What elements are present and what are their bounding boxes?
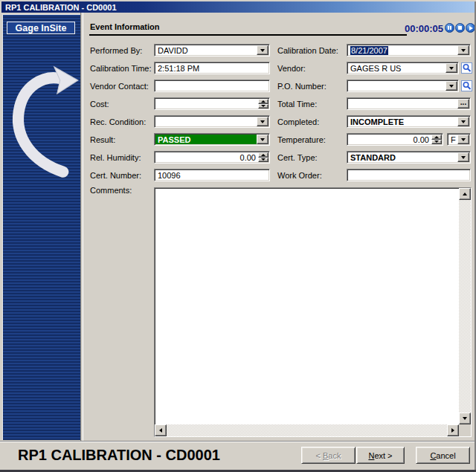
performed-by-value: DAVIDD bbox=[158, 46, 188, 55]
comments-label: Comments: bbox=[90, 186, 132, 195]
temperature-spinner bbox=[431, 135, 442, 144]
po-number-label: P.O. Number: bbox=[277, 82, 327, 91]
completed-value: INCOMPLETE bbox=[350, 117, 404, 126]
cancel-button[interactable]: Cancel bbox=[416, 447, 470, 464]
calibration-date-combo[interactable]: 8/21/2007 bbox=[347, 44, 471, 56]
po-number-search-icon[interactable] bbox=[461, 80, 472, 91]
vendor-contact-input[interactable] bbox=[154, 80, 270, 92]
total-time-label: Total Time: bbox=[277, 100, 317, 109]
vendor-value: GAGES R US bbox=[350, 64, 401, 73]
calibration-date-label: Calibration Date: bbox=[277, 46, 338, 55]
pause-icon bbox=[448, 26, 449, 30]
horizontal-scrollbar-track[interactable] bbox=[167, 424, 447, 436]
arrow-left-icon bbox=[159, 428, 162, 433]
result-combo[interactable]: PASSED bbox=[154, 133, 270, 146]
chevron-down-icon bbox=[260, 120, 265, 123]
arrow-down-icon bbox=[463, 417, 467, 420]
chevron-down-icon bbox=[449, 67, 454, 70]
chevron-down-icon bbox=[260, 49, 265, 52]
result-dropdown-button[interactable] bbox=[257, 135, 268, 144]
result-value: PASSED bbox=[158, 135, 190, 144]
total-time-input[interactable]: ... bbox=[347, 97, 471, 110]
footer-divider bbox=[0, 441, 476, 442]
pause-button[interactable] bbox=[445, 23, 454, 33]
chevron-down-icon bbox=[260, 138, 265, 141]
rel-humidity-stepper[interactable]: 0.00 bbox=[154, 151, 270, 164]
chevron-down-icon bbox=[461, 120, 466, 123]
arrow-right-icon bbox=[451, 428, 454, 433]
title-bar[interactable]: RP1 CALIBRATION - CD0001 bbox=[1, 1, 475, 13]
spinner-down-button[interactable] bbox=[258, 158, 268, 163]
scroll-down-button[interactable] bbox=[459, 413, 471, 424]
cert-type-value: STANDARD bbox=[350, 153, 396, 162]
footer-title: RP1 CALIBRATION - CD0001 bbox=[18, 447, 220, 464]
performed-by-combo[interactable]: DAVIDD bbox=[154, 44, 270, 56]
temperature-value: 0.00 bbox=[414, 135, 429, 144]
arrow-down-icon bbox=[434, 140, 439, 143]
cost-stepper[interactable] bbox=[154, 97, 270, 110]
rec-condition-dropdown-button[interactable] bbox=[257, 117, 268, 126]
vendor-search-icon[interactable] bbox=[461, 62, 472, 74]
arrow-up-icon bbox=[261, 100, 266, 103]
calibration-date-dropdown-button[interactable] bbox=[457, 45, 469, 55]
vertical-scrollbar-track[interactable] bbox=[459, 200, 471, 413]
temperature-stepper[interactable]: 0.00 bbox=[347, 133, 443, 146]
rec-condition-combo[interactable] bbox=[154, 115, 270, 128]
scroll-up-button[interactable] bbox=[459, 188, 471, 200]
calibration-time-input[interactable]: 2:51:18 PM bbox=[154, 62, 270, 74]
arrow-up-icon bbox=[261, 154, 266, 156]
comments-textarea[interactable] bbox=[154, 187, 472, 437]
work-order-input[interactable] bbox=[347, 169, 471, 181]
cert-number-label: Cert. Number: bbox=[90, 171, 141, 180]
spinner-down-button[interactable] bbox=[258, 104, 268, 109]
po-number-dropdown-button[interactable] bbox=[446, 81, 457, 91]
vendor-contact-label: Vendor Contact: bbox=[90, 82, 149, 91]
calibration-time-value: 2:51:18 PM bbox=[158, 64, 199, 73]
calibration-date-value: 8/21/2007 bbox=[350, 46, 388, 55]
chevron-down-icon bbox=[461, 138, 466, 141]
performed-by-label: Performed By: bbox=[90, 46, 142, 55]
vendor-combo[interactable]: GAGES R US bbox=[347, 62, 459, 74]
back-button[interactable]: < Back bbox=[301, 447, 356, 464]
vendor-dropdown-button[interactable] bbox=[446, 63, 457, 73]
cert-number-value: 10096 bbox=[158, 171, 181, 180]
completed-dropdown-button[interactable] bbox=[457, 117, 469, 126]
cert-type-dropdown-button[interactable] bbox=[457, 152, 469, 162]
rec-condition-label: Rec. Condition: bbox=[90, 117, 146, 126]
cert-number-input[interactable]: 10096 bbox=[154, 169, 270, 181]
window-title: RP1 CALIBRATION - CD0001 bbox=[1, 3, 117, 12]
temperature-unit-dropdown-button[interactable] bbox=[457, 135, 469, 144]
brand-text: Gage InSite bbox=[16, 23, 67, 33]
total-time-ellipsis-button[interactable]: ... bbox=[457, 99, 469, 109]
performed-by-dropdown-button[interactable] bbox=[257, 45, 268, 55]
next-button[interactable]: Next > bbox=[356, 447, 405, 464]
timer-display: 00:00:05 bbox=[347, 23, 443, 34]
scroll-right-button[interactable] bbox=[447, 424, 459, 436]
work-order-label: Work Order: bbox=[277, 171, 322, 180]
horizontal-scrollbar[interactable] bbox=[155, 424, 459, 436]
play-icon bbox=[469, 26, 473, 30]
chevron-down-icon bbox=[461, 156, 466, 159]
rel-humidity-spinner bbox=[258, 152, 268, 162]
completed-label: Completed: bbox=[277, 117, 319, 126]
stop-icon bbox=[458, 26, 462, 30]
temperature-label: Temperature: bbox=[277, 135, 326, 144]
temperature-unit-combo[interactable]: F bbox=[447, 133, 471, 146]
arrow-up-icon bbox=[463, 193, 467, 195]
header-divider bbox=[89, 34, 407, 36]
arrow-down-icon bbox=[261, 105, 266, 107]
rel-humidity-label: Rel. Humidity: bbox=[90, 153, 141, 162]
vertical-scrollbar[interactable] bbox=[459, 188, 471, 424]
po-number-combo[interactable] bbox=[347, 80, 459, 92]
stop-button[interactable] bbox=[455, 23, 465, 33]
page-title: Event Information bbox=[90, 22, 160, 31]
cert-type-combo[interactable]: STANDARD bbox=[347, 151, 471, 164]
sidebar-divider bbox=[80, 13, 83, 441]
sidebar: Gage InSite bbox=[2, 14, 80, 440]
scroll-left-button[interactable] bbox=[155, 424, 167, 436]
spinner-down-button[interactable] bbox=[431, 140, 442, 145]
completed-combo[interactable]: INCOMPLETE bbox=[347, 115, 471, 128]
cost-spinner bbox=[258, 99, 268, 109]
temperature-unit-value: F bbox=[451, 135, 456, 144]
arrow-down-icon bbox=[261, 158, 266, 161]
